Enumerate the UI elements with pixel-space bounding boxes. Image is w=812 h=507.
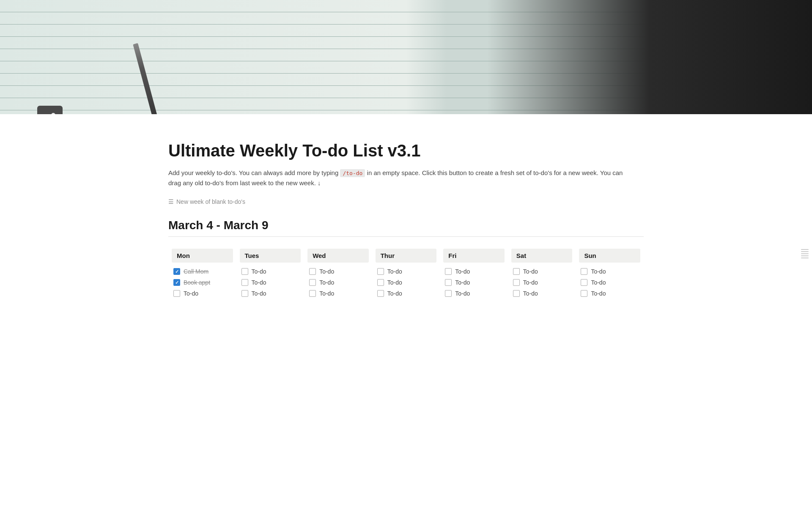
todo-text: Call Mom [184,268,208,275]
todo-checkbox[interactable] [377,279,384,286]
todo-item: To-do [307,266,369,277]
new-week-label: New week of blank to-do's [176,198,245,205]
dice-dot [44,113,49,114]
todo-text: To-do [455,268,470,275]
day-header-thur: Thur [376,249,437,263]
todo-text: To-do [319,290,334,297]
day-column-thur: ThurTo-doTo-doTo-do [372,249,440,299]
code-snippet: /to-do [340,169,365,177]
todo-text: To-do [252,279,266,286]
todo-item: To-do [240,288,301,299]
todo-text: To-do [523,279,538,286]
todo-text: To-do [591,279,606,286]
todo-item: To-do [443,266,505,277]
week-heading: March 4 - March 9 [168,219,644,232]
dice-icon [44,113,55,114]
day-header-wed: Wed [307,249,369,263]
todo-text: To-do [591,290,606,297]
day-header-fri: Fri [443,249,505,263]
todo-checkbox[interactable] [581,290,587,297]
todo-item: To-do [240,266,301,277]
todo-checkbox[interactable] [241,290,248,297]
todo-checkbox[interactable] [173,290,180,297]
todo-item: To-do [443,288,505,299]
todo-text: To-do [387,290,402,297]
todo-checkbox[interactable] [173,268,180,275]
day-column-sat: SatTo-doTo-doTo-do [508,249,576,299]
todo-item: To-do [579,288,640,299]
todo-text: To-do [523,290,538,297]
scrollbar-handle [801,255,809,256]
checklist-icon: ☰ [168,198,174,205]
description-text-before: Add your weekly to-do's. You can always … [168,169,340,176]
day-column-mon: MonCall MomBook apptTo-do [168,249,236,299]
todo-text: To-do [523,268,538,275]
todo-item: To-do [172,288,233,299]
todo-item: To-do [376,277,437,288]
todo-text: To-do [591,268,606,275]
todo-checkbox[interactable] [513,268,520,275]
todo-checkbox[interactable] [309,268,316,275]
scrollbar-handle [801,249,809,250]
todo-item: To-do [307,277,369,288]
page-title: Ultimate Weekly To-do List v3.1 [168,141,644,160]
todo-text: To-do [455,290,470,297]
todo-checkbox[interactable] [445,279,452,286]
todo-item: To-do [511,288,573,299]
todo-checkbox[interactable] [513,290,520,297]
todo-text: To-do [319,279,334,286]
todo-item: To-do [376,288,437,299]
day-header-mon: Mon [172,249,233,263]
todo-text: To-do [252,268,266,275]
todo-checkbox[interactable] [445,268,452,275]
todo-text: Book appt [184,279,210,286]
todo-item: To-do [579,266,640,277]
new-week-button[interactable]: ☰ New week of blank to-do's [168,197,245,207]
todo-checkbox[interactable] [445,290,452,297]
todo-text: To-do [455,279,470,286]
todo-item: To-do [376,266,437,277]
todo-checkbox[interactable] [309,290,316,297]
day-header-sat: Sat [511,249,573,263]
todo-text: To-do [319,268,334,275]
todo-checkbox[interactable] [377,290,384,297]
todo-item: To-do [511,266,573,277]
todo-checkbox[interactable] [241,279,248,286]
todo-text: To-do [252,290,266,297]
todo-item: Call Mom [172,266,233,277]
todo-item: To-do [443,277,505,288]
todo-text: To-do [184,290,198,297]
scrollbar-handle [801,251,809,252]
day-column-tues: TuesTo-doTo-doTo-do [236,249,304,299]
scrollbar-handle [801,258,809,258]
todo-checkbox[interactable] [173,279,180,286]
main-content: Ultimate Weekly To-do List v3.1 Add your… [131,114,681,333]
todo-checkbox[interactable] [309,279,316,286]
dice-dot [51,113,55,114]
page-icon [37,106,63,114]
todo-item: To-do [579,277,640,288]
todo-item: To-do [511,277,573,288]
week-grid: MonCall MomBook apptTo-doTuesTo-doTo-doT… [168,249,644,299]
todo-item: To-do [240,277,301,288]
day-column-fri: FriTo-doTo-doTo-do [440,249,508,299]
todo-text: To-do [387,268,402,275]
todo-text: To-do [387,279,402,286]
todo-item: Book appt [172,277,233,288]
todo-checkbox[interactable] [581,268,587,275]
scrollbar[interactable] [801,249,809,258]
day-column-sun: SunTo-doTo-doTo-do [576,249,644,299]
todo-item: To-do [307,288,369,299]
day-header-sun: Sun [579,249,640,263]
day-header-tues: Tues [240,249,301,263]
todo-checkbox[interactable] [377,268,384,275]
page-description: Add your weekly to-do's. You can always … [168,168,634,188]
hero-banner [0,0,812,114]
week-divider [168,236,644,237]
todo-checkbox[interactable] [241,268,248,275]
todo-checkbox[interactable] [513,279,520,286]
day-column-wed: WedTo-doTo-doTo-do [304,249,372,299]
scrollbar-handle [801,253,809,254]
todo-checkbox[interactable] [581,279,587,286]
hero-background [0,0,812,114]
